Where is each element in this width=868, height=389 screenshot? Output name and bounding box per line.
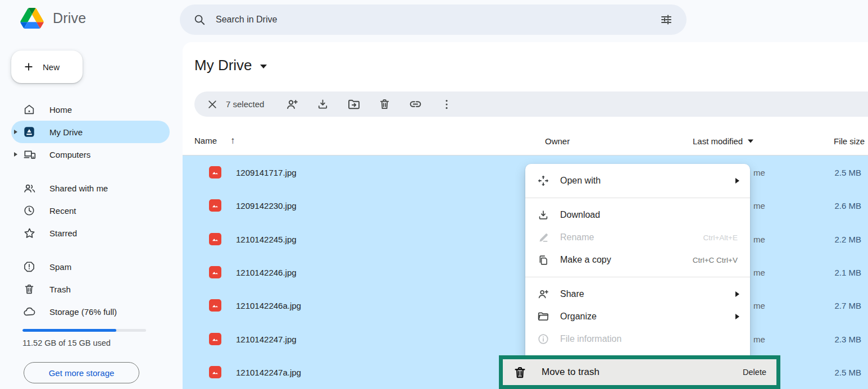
download-button[interactable] <box>307 91 338 117</box>
person-add-icon <box>285 98 299 111</box>
folder-move-icon <box>347 98 361 111</box>
get-more-storage-button[interactable]: Get more storage <box>24 362 139 383</box>
modified-by: me <box>753 267 765 277</box>
clear-selection-button[interactable] <box>207 91 226 117</box>
column-header-last-modified[interactable]: Last modified <box>693 136 753 145</box>
sidebar-item-recent[interactable]: Recent <box>11 199 170 222</box>
image-file-icon <box>209 199 221 212</box>
file-size: 2.3 MB <box>834 334 861 344</box>
file-size: 2.5 MB <box>834 167 861 177</box>
shortcut-label: Delete <box>743 368 766 377</box>
spam-icon <box>22 260 36 273</box>
expand-arrow-icon[interactable] <box>14 130 17 134</box>
file-size: 2.5 MB <box>834 368 861 377</box>
menu-item-share[interactable]: Share <box>525 283 750 305</box>
link-icon <box>408 97 422 111</box>
drive-app: Drive New Home <box>0 0 868 389</box>
sidebar-item-computers[interactable]: Computers <box>11 143 170 166</box>
trash-button[interactable] <box>369 91 400 117</box>
sidebar-item-label: Spam <box>49 262 71 272</box>
menu-item-rename: Rename Ctrl+Alt+E <box>525 226 750 249</box>
menu-item-open-with[interactable]: Open with <box>525 170 750 192</box>
page-title: My Drive <box>194 57 252 74</box>
cloud-icon <box>22 305 36 318</box>
sidebar-item-my-drive[interactable]: My Drive <box>11 121 170 143</box>
sidebar-item-label: Recent <box>49 206 76 216</box>
search-options-button[interactable] <box>660 13 673 26</box>
menu-item-download[interactable]: Download <box>525 204 750 226</box>
selected-count: 7 selected <box>226 99 264 109</box>
submenu-arrow-icon <box>735 291 739 297</box>
sidebar-item-trash[interactable]: Trash <box>11 278 170 300</box>
share-button[interactable] <box>276 91 307 117</box>
sidebar-item-starred[interactable]: Starred <box>11 222 170 244</box>
sort-ascending-icon[interactable]: ↑ <box>230 135 235 147</box>
sidebar-item-label: Shared with me <box>49 184 108 193</box>
search-icon <box>193 13 206 26</box>
storage-progress-bar <box>22 329 146 332</box>
search-bar[interactable] <box>180 4 687 35</box>
person-add-icon <box>537 288 550 300</box>
sidebar-item-label: Trash <box>49 285 71 294</box>
submenu-arrow-icon <box>735 178 739 184</box>
trash-icon <box>378 98 391 111</box>
expand-arrow-icon[interactable] <box>14 152 17 157</box>
drive-logo: Drive <box>20 8 86 29</box>
open-with-icon <box>537 175 550 187</box>
close-icon <box>207 99 218 110</box>
folder-title-menu[interactable]: My Drive <box>194 57 267 74</box>
pencil-icon <box>537 232 550 244</box>
image-file-icon <box>209 233 221 245</box>
app-title: Drive <box>53 10 86 26</box>
image-file-icon <box>209 166 221 179</box>
sidebar-item-label: Starred <box>49 228 77 238</box>
modified-by: me <box>753 167 765 177</box>
copy-icon <box>537 254 550 266</box>
menu-item-organize[interactable]: Organize <box>525 305 750 328</box>
sidebar-item-label: Computers <box>49 150 90 159</box>
modified-by: me <box>753 301 765 310</box>
sidebar-item-storage[interactable]: Storage (76% full) <box>11 300 170 323</box>
menu-item-move-to-trash[interactable]: Move to trash Delete <box>499 355 780 389</box>
image-file-icon <box>209 266 221 278</box>
computers-icon <box>22 148 36 161</box>
new-button[interactable]: New <box>11 51 83 83</box>
sidebar-item-home[interactable]: Home <box>11 98 170 121</box>
sidebar-item-shared-with-me[interactable]: Shared with me <box>11 177 170 199</box>
sidebar-item-label: My Drive <box>49 127 83 137</box>
sidebar-nav: Home My Drive <box>0 98 174 323</box>
caret-down-icon <box>748 140 753 143</box>
kebab-menu-icon <box>440 98 453 111</box>
clock-icon <box>22 204 36 217</box>
column-header-owner[interactable]: Owner <box>545 136 570 145</box>
image-file-icon <box>209 333 221 345</box>
trash-icon <box>513 365 527 379</box>
menu-item-make-a-copy[interactable]: Make a copy Ctrl+C Ctrl+V <box>525 249 750 271</box>
sidebar-item-label: Home <box>49 105 72 115</box>
storage-progress-fill <box>22 329 116 332</box>
shortcut-label: Ctrl+Alt+E <box>703 234 738 242</box>
get-link-button[interactable] <box>400 91 431 117</box>
drive-logo-icon <box>20 8 44 29</box>
people-icon <box>22 181 36 195</box>
search-input[interactable] <box>216 15 649 25</box>
menu-item-file-information: File information <box>525 328 750 350</box>
table-header: Name ↑ Owner Last modified File size <box>183 126 868 155</box>
sidebar-item-spam[interactable]: Spam <box>11 255 170 278</box>
storage-usage-text: 11.52 GB of 15 GB used <box>22 338 111 347</box>
folder-icon <box>537 310 550 323</box>
column-header-name[interactable]: Name ↑ <box>194 135 235 147</box>
modified-by: me <box>753 201 765 210</box>
move-to-folder-button[interactable] <box>338 91 369 117</box>
modified-by: me <box>753 234 765 244</box>
context-menu: Open with Download <box>525 164 750 358</box>
caret-down-icon <box>260 65 267 68</box>
sidebar: Drive New Home <box>0 0 183 389</box>
file-size: 2.2 MB <box>834 234 861 244</box>
home-icon <box>22 103 36 116</box>
image-file-icon <box>209 366 221 378</box>
column-header-file-size[interactable]: File size <box>834 136 865 145</box>
more-actions-button[interactable] <box>431 91 462 117</box>
tune-icon <box>660 13 673 26</box>
file-size: 2.7 MB <box>834 301 861 310</box>
